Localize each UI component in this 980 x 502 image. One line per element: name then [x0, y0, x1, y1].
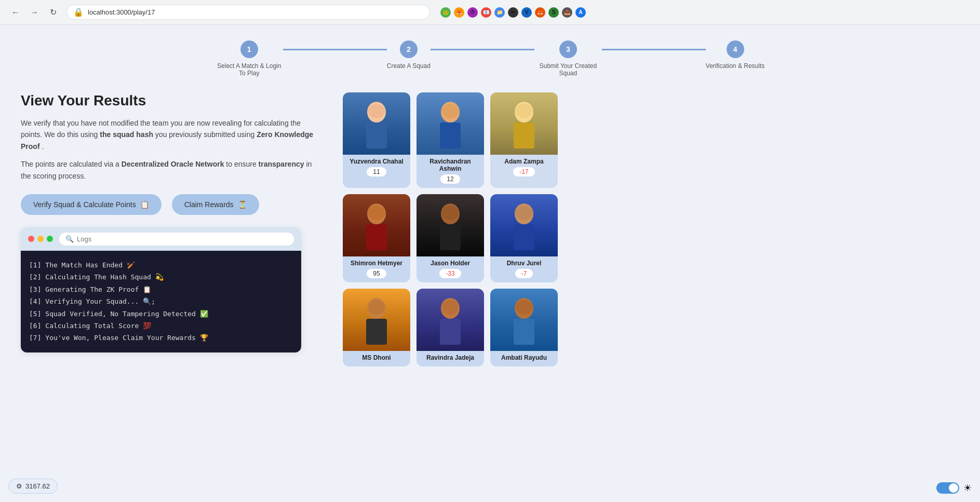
svg-point-14	[442, 206, 459, 220]
player-photo-1	[417, 92, 484, 155]
description-2: The points are calculated via a Decentra…	[21, 158, 322, 182]
balance-icon: ⚙	[16, 482, 22, 490]
player-score-5: -7	[515, 269, 533, 278]
svg-point-8	[516, 104, 532, 118]
address-bar[interactable]: 🔒 localhost:3000/play/17	[66, 5, 430, 20]
player-silhouette-2	[490, 92, 558, 155]
svg-point-5	[442, 104, 459, 118]
player-card-1: Ravichandran Ashwin 12	[417, 92, 484, 188]
extensions-icon: 🐸	[440, 7, 451, 18]
reload-button[interactable]: ↻	[46, 5, 60, 20]
player-silhouette-4	[417, 194, 484, 256]
forward-button[interactable]: →	[27, 5, 42, 20]
step-3-circle: 3	[559, 40, 577, 58]
player-silhouette-8	[490, 289, 558, 351]
player-silhouette-5	[490, 194, 558, 256]
step-4-circle: 4	[727, 40, 744, 58]
log-search-container[interactable]: 🔍	[59, 233, 294, 246]
player-silhouette-7	[417, 289, 484, 351]
desc2-text2: to ensure	[226, 160, 258, 168]
hourglass-icon: ⏳	[238, 200, 247, 209]
desc2-text: The points are calculated via a	[21, 160, 122, 168]
player-card-0: Yuzvendra Chahal 11	[343, 92, 410, 188]
svg-rect-7	[514, 123, 534, 148]
terminal-body: [1] The Match Has Ended 🏏 [2] Calculatin…	[21, 251, 301, 352]
search-icon: 🔍	[65, 235, 74, 243]
svg-rect-13	[440, 224, 461, 250]
back-button[interactable]: ←	[8, 5, 23, 20]
stepper: 1 Select A Match & Login To Play 2 Creat…	[21, 35, 959, 77]
svg-rect-16	[514, 224, 534, 250]
player-photo-4	[417, 194, 484, 256]
log-line-3: [3] Generating The ZK Proof 📋	[29, 283, 293, 295]
ext10-icon: 📤	[562, 7, 572, 18]
player-name-0: Yuzvendra Chahal	[347, 155, 405, 166]
toggle-knob	[949, 483, 958, 493]
ext8-icon: 🦊	[535, 7, 545, 18]
step-2: 2 Create A Squad	[387, 40, 431, 70]
balance-display: ⚙ 3167.62	[8, 479, 58, 494]
theme-toggle-switch[interactable]	[936, 482, 959, 494]
player-name-8: Ambati Rayudu	[499, 351, 549, 362]
log-line-4: [4] Verifying Your Squad... 🔍;	[29, 295, 293, 307]
player-score-2: -17	[513, 167, 534, 177]
page-title: View Your Results	[21, 92, 322, 109]
desc1-text2: you previously submitted using	[155, 130, 257, 139]
claim-rewards-button[interactable]: Claim Rewards ⏳	[172, 194, 259, 215]
player-name-1: Ravichandran Ashwin	[417, 155, 484, 173]
log-line-5: [5] Squad Verified, No Tampering Detecte…	[29, 308, 293, 320]
step-3: 3 Submit Your Created Squad	[534, 40, 602, 77]
terminal-container: 🔍 [1] The Match Has Ended 🏏 [2] Calculat…	[21, 227, 301, 352]
clipboard-icon: 📋	[140, 200, 149, 209]
svg-rect-4	[440, 123, 461, 148]
maximize-dot[interactable]	[47, 236, 53, 242]
theme-toggle-container: ☀	[936, 482, 972, 494]
ext6-icon: ✏	[508, 7, 518, 18]
lock-icon: 🔒	[73, 7, 84, 17]
step-3-label: Submit Your Created Squad	[534, 62, 602, 77]
player-score-1: 12	[440, 174, 460, 184]
player-name-5: Dhruv Jurel	[505, 256, 544, 268]
player-name-3: Shimron Hetmyer	[348, 256, 405, 268]
player-photo-2	[490, 92, 558, 155]
player-card-3: Shimron Hetmyer 95	[343, 194, 410, 282]
log-line-7: [7] You've Won, Please Claim Your Reward…	[29, 332, 293, 344]
player-card-2: Adam Zampa -17	[490, 92, 558, 188]
player-photo-3	[343, 194, 410, 256]
player-score-3: 95	[367, 269, 386, 278]
player-card-6: MS Dhoni	[343, 289, 410, 367]
svg-point-20	[368, 300, 385, 315]
url-text: localhost:3000/play/17	[88, 8, 155, 16]
step-1-label: Select A Match & Login To Play	[216, 62, 283, 77]
description-1: We verify that you have not modified the…	[21, 117, 322, 152]
player-silhouette-6	[343, 289, 410, 351]
svg-rect-22	[440, 319, 461, 345]
player-silhouette-1	[417, 92, 484, 155]
svg-rect-1	[366, 123, 387, 148]
player-name-4: Jason Holder	[428, 256, 472, 268]
bold-oracle: Decentralized Oracle Network	[122, 160, 224, 168]
player-photo-5	[490, 194, 558, 256]
player-name-7: Ravindra Jadeja	[424, 351, 476, 362]
player-card-5: Dhruv Jurel -7	[490, 194, 558, 282]
player-photo-0	[343, 92, 410, 155]
log-search-input[interactable]	[77, 235, 288, 243]
player-name-6: MS Dhoni	[360, 351, 393, 362]
ext4-icon: 📧	[481, 7, 491, 18]
player-photo-7	[417, 289, 484, 351]
browser-toolbar: 🐸 🦊 ⏱ 📧 📁 ✏ V 🦊 S 📤 A	[440, 7, 586, 18]
step-2-circle: 2	[400, 40, 418, 58]
minimize-dot[interactable]	[37, 236, 44, 242]
svg-rect-10	[366, 224, 387, 250]
sun-icon: ☀	[963, 482, 972, 494]
close-dot[interactable]	[28, 236, 34, 242]
nav-buttons[interactable]: ← → ↻	[8, 5, 60, 20]
verify-squad-button[interactable]: Verify Squad & Calculate Points 📋	[21, 194, 162, 215]
player-score-4: -33	[439, 269, 461, 278]
connector-3-4	[602, 49, 706, 50]
step-2-label: Create A Squad	[387, 62, 431, 70]
bold-squad-hash: the squad hash	[100, 130, 153, 139]
player-card-4: Jason Holder -33	[417, 194, 484, 282]
svg-rect-25	[514, 319, 534, 345]
step-1: 1 Select A Match & Login To Play	[216, 40, 283, 77]
